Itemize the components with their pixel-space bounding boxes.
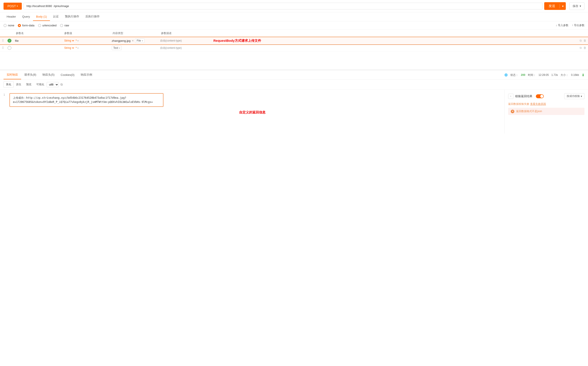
raw-radio[interactable] [60,24,63,27]
th-check [6,30,13,37]
download-icon[interactable]: ⬇ [582,73,584,77]
param-type-select[interactable]: String [63,39,75,42]
enabled-check-icon: ✓ [8,39,11,43]
delete-row-icon[interactable]: 🗑 [583,39,586,42]
raw-label: raw [64,24,69,27]
status-label: 状态： [510,73,518,77]
none-option[interactable]: none [4,24,14,27]
time-label: 时间： [528,73,536,77]
request-tabs: Header Query Body (1) 认证 预执行操作 后执行操作 [0,12,588,21]
required-star-2: * [76,46,77,49]
actions-cell-2: ⧉ 🗑 [211,44,588,52]
tab-header[interactable]: Header [4,13,19,21]
save-arrow-icon: ▾ [580,4,581,8]
copy-response-icon[interactable]: ⧉ [61,83,63,86]
response-left-panel: 1 上传成功：http://zp.strivezhang.xyz/bd54b6c… [0,90,504,134]
desc-cell-2 [198,44,211,52]
view-tab-beautify[interactable]: 美化 [4,81,14,88]
validate-row: 校验返回结果 [515,94,563,98]
response-tab-cookies[interactable]: Cookies(0) [58,71,78,79]
validate-button[interactable]: 按成功校验 ▾ [564,93,584,99]
view-tab-visual[interactable]: 可视化 [34,81,47,88]
method-label: POST [8,4,16,8]
required-star: * [76,39,77,42]
response-tab-response-headers[interactable]: 响应头(5) [39,71,58,79]
response-content-row: 1 上传成功：http://zp.strivezhang.xyz/bd54b6c… [4,93,501,107]
duration-value: 1.73s [551,73,558,76]
delete-row-icon-2[interactable]: 🗑 [583,46,586,50]
row-annotation: RequestBody方式请求上传文件 [213,38,261,43]
response-annotation: 自定义的返回信息 [4,110,501,114]
method-button[interactable]: POST ▾ [4,3,22,10]
row-checkbox-1[interactable]: ✓ [6,37,13,44]
error-row: ✕ 返回数据格式不是json [508,108,584,115]
encoding-select[interactable]: utf8 [47,82,59,87]
tab-pre-script[interactable]: 预执行操作 [62,12,82,21]
tab-body[interactable]: Body (1) [33,13,50,21]
content-type-cell-2: 自动(content-type) [158,44,198,52]
view-tab-preview[interactable]: 预览 [24,81,34,88]
param-type-cell-2: String * ▾ [62,44,110,52]
formdata-label: form-data [22,24,35,27]
error-icon: ✕ [511,110,514,113]
validate-fail-label: 返回数据校验失败 [508,102,529,106]
copy-row-icon-2[interactable]: ⧉ [580,46,582,50]
response-tab-request-headers[interactable]: 请求头(8) [21,71,39,79]
none-radio[interactable] [4,24,7,27]
drag-handle[interactable]: ⠿ [0,44,6,52]
tab-post-script[interactable]: 后执行操作 [82,12,103,21]
formdata-option[interactable]: form-data [18,24,35,27]
param-value-text: zhangpeng.jpg [112,39,131,42]
response-tab-realtime[interactable]: 实时响应 [4,71,21,79]
view-tabs: 美化 原生 预览 可视化 utf8 ⧉ [0,80,588,90]
none-label: none [8,24,14,27]
raw-option[interactable]: raw [60,24,69,27]
param-name-cell-2[interactable] [13,44,62,52]
copy-row-icon[interactable]: ⧉ [580,39,582,42]
method-chevron-icon: ▾ [17,5,18,7]
tab-auth[interactable]: 认证 [50,12,62,21]
validate-btn-chevron: ▾ [581,95,582,98]
tab-query[interactable]: Query [19,13,33,21]
import-params-button[interactable]: ↓ 导入参数 [556,23,568,27]
file-badge: File ▾ [135,38,144,43]
formdata-radio[interactable] [18,24,21,27]
urlencoded-radio[interactable] [38,24,41,27]
send-button[interactable]: 发送 [544,2,560,10]
url-input[interactable] [23,3,542,9]
th-param-desc: 参数描述 [158,30,198,37]
desc-cell [198,37,211,44]
response-section: 实时响应 请求头(8) 响应头(5) Cookies(0) 响应示例 🌐 状态：… [0,71,588,134]
row-actions-2: ⧉ 🗑 [213,46,586,50]
error-message: 返回数据格式不是json [516,109,542,113]
import-export-group: ↓ 导入参数 ↑ 导出参数 [556,23,584,27]
top-bar: POST ▾ 发送 ▾ 保存 ▾ [0,0,588,12]
body-type-options: none form-data urlencoded raw ↓ 导入参数 ↑ 导… [0,21,588,30]
response-right-panel: › 校验返回结果 按成功校验 ▾ 返回数据校验失败 查看失败原因 ✕ 返回数据格… [504,90,588,134]
urlencoded-option[interactable]: urlencoded [38,24,56,27]
export-params-button[interactable]: ↑ 导出参数 [572,23,584,27]
urlencoded-label: urlencoded [42,24,56,27]
table-row: ⠿ ✓ file String * ▾ zhangpeng.jpg [0,37,588,44]
response-tab-example[interactable]: 响应示例 [78,71,95,79]
status-code: 200 [521,73,525,76]
param-type-select-2[interactable]: String [63,46,75,50]
param-type-cell: String * ▾ [62,37,110,44]
view-tab-raw[interactable]: 原生 [14,81,24,88]
drag-handle[interactable]: ⠿ [0,37,6,44]
content-type-value: 自动(content-type) [160,39,182,42]
size-value: 0.16kb [571,73,579,76]
save-button[interactable]: 保存 ▾ [569,2,584,10]
view-fail-reason-link[interactable]: 查看失败原因 [530,102,546,106]
validate-toggle[interactable] [536,94,544,98]
send-arrow-button[interactable]: ▾ [560,3,566,10]
content-type-cell: 自动(content-type) [158,37,198,44]
th-drag [0,30,6,37]
expand-arrow-button[interactable]: › [508,94,513,99]
send-arrow-icon: ▾ [562,4,564,8]
size-label: 大小： [560,73,568,77]
row-checkbox-2[interactable] [6,44,13,52]
clear-value-icon[interactable]: ✕ [132,39,134,42]
method-send-group[interactable]: POST ▾ [4,3,22,10]
th-content-type: 内容类型 [110,30,158,37]
